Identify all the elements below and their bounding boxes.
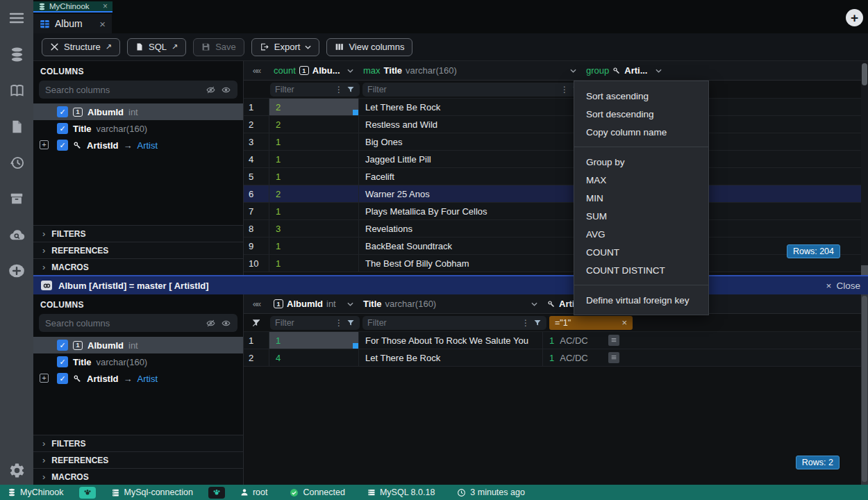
cell-title[interactable]: Revelations [358,220,581,237]
search-columns-input[interactable] [45,85,201,95]
table-row[interactable]: 41Jagged Little Pill [244,151,868,168]
section-filters[interactable]: ›FILTERS [33,435,243,451]
fk-target-link[interactable]: Artist [137,140,158,151]
menu-icon[interactable] [8,9,26,27]
cell-count[interactable]: 3 [269,220,358,237]
table-row[interactable]: 71Plays Metallica By Four Cellos [244,203,868,220]
cell-count[interactable]: 1 [269,238,358,254]
field-row-artistid[interactable]: + ✓ ArtistId → Artist [33,370,243,387]
notes-file-icon[interactable] [8,117,26,135]
filter-options-icon[interactable]: ⋮ [560,85,569,94]
column-header-title[interactable]: Title varchar(160) [358,294,542,313]
table-row[interactable]: 22Restless and Wild [244,116,868,133]
column-header-count-albumid[interactable]: count 1 Albu... [269,61,358,80]
checkbox-checked[interactable]: ✓ [57,123,68,134]
checkbox-checked[interactable]: ✓ [57,140,68,151]
chevron-down-icon[interactable] [531,302,537,306]
field-row-title[interactable]: ✓ Title varchar(160) [33,353,243,370]
section-macros[interactable]: ›MACROS [33,258,243,275]
view-columns-button[interactable]: View columns [326,38,412,56]
documentation-book-icon[interactable] [8,81,26,99]
add-tab-button[interactable]: + [846,9,863,26]
close-subtable-button[interactable]: × Close [826,281,860,291]
menu-item-copy-column-name[interactable]: Copy column name [574,123,708,141]
table-row[interactable]: 83Revelations [244,220,868,238]
cell-count[interactable]: 1 [269,203,358,219]
expand-icon[interactable]: + [40,140,49,149]
chevron-down-icon[interactable] [656,69,662,73]
section-macros[interactable]: ›MACROS [33,468,243,485]
filter-input-title[interactable]: ⋮ [362,83,585,97]
menu-item-max[interactable]: MAX [574,171,708,189]
funnel-icon[interactable] [347,319,355,327]
cell-albumid-selected[interactable]: 1 [269,332,358,349]
cell-count[interactable]: 1 [269,151,358,167]
field-row-albumid[interactable]: ✓ 1 AlbumId int [33,337,243,353]
tab-table-album[interactable]: Album × [33,14,112,33]
add-connection-icon[interactable] [8,262,26,280]
scrollbar-thumb[interactable] [862,63,867,85]
section-references[interactable]: ›REFERENCES [33,451,243,468]
open-related-record-button[interactable] [608,335,619,346]
cell-artistid[interactable]: 1 AC/DC [542,332,626,349]
export-button[interactable]: Export [251,38,320,56]
field-row-artistid[interactable]: + ✓ ArtistId → Artist [33,137,243,153]
chevron-down-icon[interactable] [347,69,353,73]
selection-handle[interactable] [353,110,358,115]
cell-title[interactable]: Warner 25 Anos [358,185,581,202]
cell-title[interactable]: For Those About To Rock We Salute You [358,332,542,349]
filter-input-title[interactable]: ⋮ [362,316,546,330]
cell-count[interactable]: 1 [269,133,358,150]
cell-albumid[interactable]: 4 [269,349,358,366]
funnel-icon[interactable] [347,85,355,94]
field-row-title[interactable]: ✓ Title varchar(160) [33,120,243,137]
close-icon[interactable]: × [99,18,106,30]
table-row[interactable]: 12Let There Be Rock [244,99,868,116]
status-schema[interactable]: MyChinook [8,488,64,497]
checkbox-checked[interactable]: ✓ [57,356,68,367]
cell-title[interactable]: Big Ones [358,133,581,150]
search-columns-box[interactable] [39,314,237,332]
filter-options-icon[interactable]: ⋮ [335,318,343,328]
menu-item-min[interactable]: MIN [574,189,708,207]
table-row[interactable]: 101The Best Of Billy Cobham [244,255,868,272]
menu-item-avg[interactable]: AVG [574,225,708,243]
collapse-columns-icon[interactable]: «« [244,65,269,76]
close-icon[interactable]: × [103,1,108,11]
cell-title[interactable]: Plays Metallica By Four Cellos [358,203,581,219]
search-columns-box[interactable] [39,81,237,99]
clear-filter-icon[interactable]: × [621,317,627,328]
menu-item-sort-descending[interactable]: Sort descending [574,105,708,123]
menu-item-define-virtual-foreign-key[interactable]: Define virtual foreign key [574,291,708,309]
cloud-search-icon[interactable] [8,226,26,244]
chevron-down-icon[interactable] [570,69,576,73]
open-related-record-button[interactable] [608,352,619,363]
checkbox-checked[interactable]: ✓ [57,373,68,384]
scrollbar-thumb[interactable] [862,296,867,482]
cell-artistid[interactable]: 1 AC/DC [542,349,626,366]
cell-title[interactable]: Jagged Little Pill [358,151,581,167]
archive-icon[interactable] [8,190,26,208]
fk-target-link[interactable]: Artist [137,374,158,384]
cell-count[interactable]: 2 [269,116,358,133]
section-filters[interactable]: ›FILTERS [33,225,243,242]
sql-button[interactable]: SQL↗ [127,38,186,56]
column-header-group-artistid[interactable]: group Arti... [581,61,667,80]
filter-input-albumid[interactable]: ⋮ [270,316,360,330]
chevron-down-icon[interactable] [347,302,353,306]
column-header-max-title[interactable]: max Title varchar(160) [358,61,581,80]
vertical-scrollbar[interactable] [861,294,868,485]
checkbox-checked[interactable]: ✓ [57,340,68,351]
eye-icon[interactable] [221,319,231,328]
menu-item-count-distinct[interactable]: COUNT DISTINCT [574,261,708,279]
collapse-columns-icon[interactable]: «« [244,299,269,309]
cell-count[interactable]: 1 [269,255,358,272]
table-row[interactable]: 2 4 Let There Be Rock 1 AC/DC [244,349,868,367]
filter-input-count[interactable]: ⋮ [270,83,360,97]
table-row[interactable]: 51Facelift [244,168,868,185]
cell-title[interactable]: Let There Be Rock [358,349,542,366]
cell-count[interactable]: 2 [269,185,358,202]
table-row-highlighted[interactable]: 62Warner 25 Anos [244,185,868,203]
section-references[interactable]: ›REFERENCES [33,242,243,258]
cell-title[interactable]: Let There Be Rock [358,99,581,115]
